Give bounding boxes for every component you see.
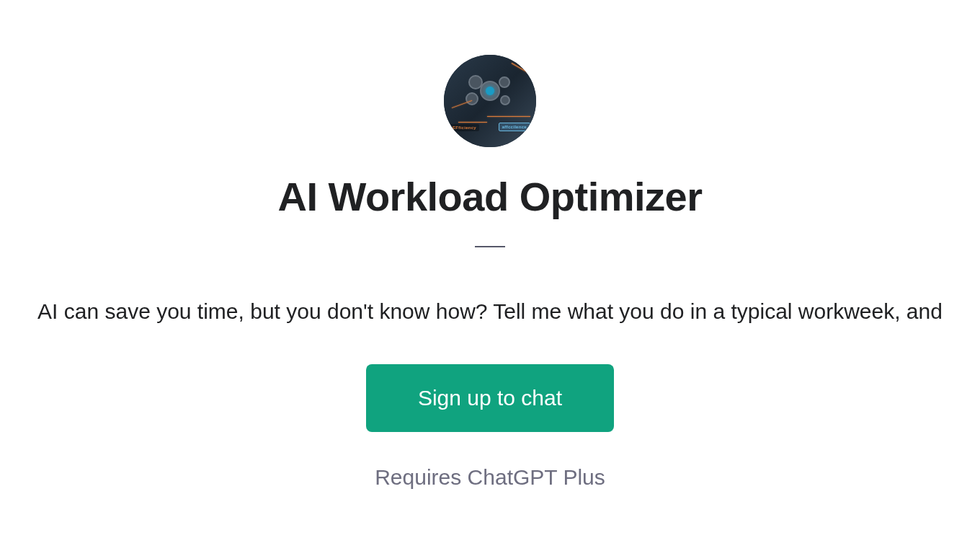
avatar-badge-left: EFficiency: [450, 124, 479, 131]
requires-label: Requires ChatGPT Plus: [375, 465, 605, 490]
avatar-image: EFficiency affccilence: [444, 55, 536, 147]
description-text: AI can save you time, but you don't know…: [37, 299, 943, 324]
signup-button[interactable]: Sign up to chat: [366, 364, 614, 432]
app-avatar: EFficiency affccilence: [444, 55, 536, 147]
divider: [475, 246, 505, 247]
page-title: AI Workload Optimizer: [278, 173, 703, 220]
avatar-badge-right: affccilence: [499, 123, 530, 131]
